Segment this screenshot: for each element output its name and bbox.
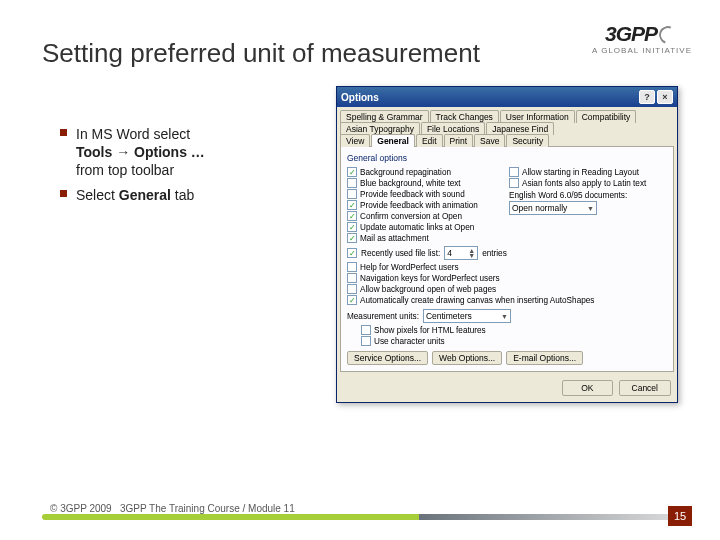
service-options-button[interactable]: Service Options...	[347, 351, 428, 365]
tab-view[interactable]: View	[340, 134, 370, 147]
slide-title: Setting preferred unit of measurement	[42, 38, 480, 69]
general-panel: General options Background repagination …	[340, 146, 674, 372]
tab-print[interactable]: Print	[444, 134, 473, 147]
chevron-down-icon: ▼	[587, 205, 594, 212]
cb-animation[interactable]	[347, 200, 357, 210]
cb-bg-repag[interactable]	[347, 167, 357, 177]
cancel-button[interactable]: Cancel	[619, 380, 671, 396]
ew-combo[interactable]: Open normally▼	[509, 201, 597, 215]
bullet-list: In MS Word select Tools → Options … from…	[60, 125, 290, 210]
help-button[interactable]: ?	[639, 90, 655, 104]
tab-edit[interactable]: Edit	[416, 134, 443, 147]
swirl-icon	[656, 23, 680, 47]
cb-nav-keys[interactable]	[347, 273, 357, 283]
tab-strip: Spelling & Grammar Track Changes User In…	[337, 107, 677, 146]
measurement-label: Measurement units:	[347, 312, 419, 321]
footer-accent-bar	[42, 514, 692, 520]
cb-mail-attach[interactable]	[347, 233, 357, 243]
slide-footer: © 3GPP 2009 3GPP The Training Course / M…	[0, 503, 720, 514]
tab-security[interactable]: Security	[506, 134, 549, 147]
page-number: 15	[668, 506, 692, 526]
measurement-combo[interactable]: Centimeters▼	[423, 309, 511, 323]
tab-general[interactable]: General	[371, 134, 415, 147]
cb-blue-bg[interactable]	[347, 178, 357, 188]
email-options-button[interactable]: E-mail Options...	[506, 351, 583, 365]
web-options-button[interactable]: Web Options...	[432, 351, 502, 365]
chevron-down-icon: ▼	[501, 313, 508, 320]
cb-pixels-html[interactable]	[361, 325, 371, 335]
dialog-title: Options	[341, 92, 379, 103]
ok-button[interactable]: OK	[562, 380, 612, 396]
recent-spinner[interactable]: 4▲▼	[444, 246, 478, 260]
bullet-1: In MS Word select Tools → Options … from…	[60, 125, 290, 180]
cb-sound[interactable]	[347, 189, 357, 199]
cb-char-units[interactable]	[361, 336, 371, 346]
cb-confirm-open[interactable]	[347, 211, 357, 221]
cb-autoshapes[interactable]	[347, 295, 357, 305]
close-button[interactable]: ×	[657, 90, 673, 104]
cb-wp-help[interactable]	[347, 262, 357, 272]
logo-3gpp: 3GPP A GLOBAL INITIATIVE	[592, 22, 692, 55]
cb-asian-fonts[interactable]	[509, 178, 519, 188]
cb-bg-open-web[interactable]	[347, 284, 357, 294]
tab-save[interactable]: Save	[474, 134, 505, 147]
bullet-2: Select General tab	[60, 186, 290, 204]
section-label: General options	[347, 153, 667, 163]
cb-update-links[interactable]	[347, 222, 357, 232]
options-dialog: Options ? × Spelling & Grammar Track Cha…	[336, 86, 678, 403]
dialog-titlebar: Options ? ×	[337, 87, 677, 107]
cb-reading-layout[interactable]	[509, 167, 519, 177]
cb-recent-list[interactable]	[347, 248, 357, 258]
